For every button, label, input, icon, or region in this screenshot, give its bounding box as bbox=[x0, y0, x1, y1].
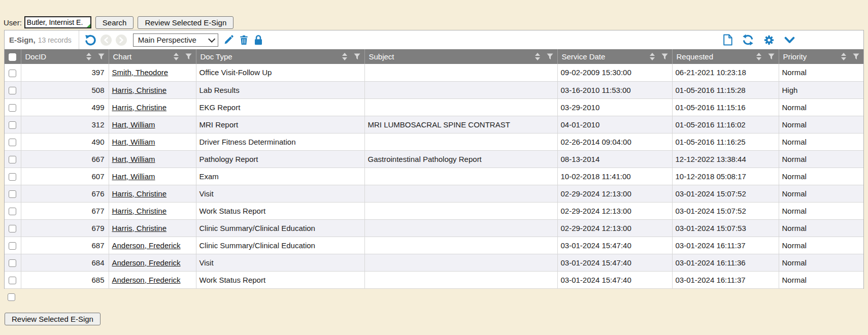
nav-forward-icon[interactable] bbox=[116, 35, 127, 46]
cell-docid: 499 bbox=[21, 98, 109, 116]
row-checkbox[interactable] bbox=[9, 190, 16, 198]
cell-subject bbox=[364, 202, 557, 219]
column-header-service-date[interactable]: Service Date bbox=[557, 49, 672, 64]
cell-doc-type: Visit bbox=[196, 185, 364, 202]
column-header-requested[interactable]: Requested bbox=[672, 49, 779, 64]
row-checkbox[interactable] bbox=[9, 242, 16, 250]
review-selected-esign-button-top[interactable]: Review Selected E-Sign bbox=[138, 16, 233, 29]
row-checkbox[interactable] bbox=[9, 173, 16, 181]
select-all-checkbox[interactable] bbox=[9, 53, 16, 61]
cell-docid: 607 bbox=[21, 168, 109, 185]
cell-service-date: 03-01-2024 15:47:40 bbox=[557, 271, 672, 288]
cell-subject bbox=[364, 237, 557, 254]
cell-subject bbox=[364, 271, 557, 288]
filter-icon[interactable] bbox=[661, 53, 668, 60]
filter-icon[interactable] bbox=[98, 53, 105, 60]
cell-chart: Harris, Christine bbox=[109, 202, 196, 219]
header-select-all-cell bbox=[5, 49, 21, 64]
perspective-select[interactable]: Main Perspective bbox=[133, 34, 218, 47]
chart-link[interactable]: Harris, Christine bbox=[112, 224, 167, 232]
cell-requested: 01-05-2016 11:15:28 bbox=[672, 81, 779, 98]
new-document-icon[interactable] bbox=[722, 34, 732, 46]
table-body: 397 Smith, Theodore Office Visit-Follow … bbox=[5, 64, 863, 288]
cell-subject bbox=[364, 219, 557, 237]
column-header-subject[interactable]: Subject bbox=[364, 49, 557, 64]
row-checkbox[interactable] bbox=[9, 208, 16, 215]
row-checkbox[interactable] bbox=[9, 225, 16, 232]
filter-icon[interactable] bbox=[768, 53, 775, 60]
row-select-cell bbox=[5, 116, 21, 133]
sort-icon[interactable] bbox=[342, 53, 347, 60]
row-checkbox[interactable] bbox=[9, 277, 16, 284]
sort-icon[interactable] bbox=[841, 53, 846, 60]
lock-perspective-icon[interactable] bbox=[254, 35, 263, 45]
cell-requested: 03-01-2024 15:07:52 bbox=[672, 185, 779, 202]
row-checkbox[interactable] bbox=[9, 139, 16, 146]
undo-icon[interactable] bbox=[84, 34, 96, 46]
filter-icon[interactable] bbox=[547, 53, 553, 60]
refresh-icon[interactable] bbox=[742, 34, 754, 46]
row-select-cell bbox=[5, 185, 21, 202]
user-input[interactable] bbox=[24, 16, 91, 28]
cell-priority: Normal bbox=[779, 271, 863, 288]
cell-priority: Normal bbox=[779, 98, 863, 116]
cell-docid: 677 bbox=[21, 202, 109, 219]
nav-back-icon[interactable] bbox=[101, 35, 112, 46]
cell-docid: 508 bbox=[21, 81, 109, 98]
row-checkbox[interactable] bbox=[9, 121, 16, 129]
chart-link[interactable]: Harris, Christine bbox=[112, 207, 167, 215]
search-button[interactable]: Search bbox=[95, 16, 134, 29]
cell-service-date: 02-29-2024 12:13:00 bbox=[557, 185, 672, 202]
row-select-cell bbox=[5, 98, 21, 116]
review-selected-esign-button-bottom[interactable]: Review Selected E-Sign bbox=[5, 313, 101, 325]
chart-link[interactable]: Anderson, Frederick bbox=[112, 258, 181, 267]
cell-docid: 676 bbox=[21, 185, 109, 202]
chart-link[interactable]: Hart, William bbox=[112, 172, 155, 181]
cell-service-date: 03-29-2010 bbox=[557, 98, 672, 116]
delete-perspective-trash-icon[interactable] bbox=[239, 35, 249, 45]
column-label: Subject bbox=[369, 52, 394, 61]
filter-icon[interactable] bbox=[185, 53, 192, 60]
row-checkbox[interactable] bbox=[9, 104, 16, 112]
chart-link[interactable]: Harris, Christine bbox=[112, 86, 167, 94]
cell-doc-type: Driver Fitness Determination bbox=[196, 133, 364, 150]
cell-chart: Harris, Christine bbox=[109, 81, 196, 98]
column-header-docid[interactable]: DocID bbox=[21, 49, 109, 64]
sort-icon[interactable] bbox=[86, 53, 91, 60]
cell-doc-type: Visit bbox=[196, 254, 364, 271]
row-checkbox[interactable] bbox=[9, 70, 16, 77]
sort-icon[interactable] bbox=[650, 53, 655, 60]
column-header-chart[interactable]: Chart bbox=[109, 49, 196, 64]
sort-icon[interactable] bbox=[535, 53, 540, 60]
table-row: 508 Harris, Christine Lab Results 03-16-… bbox=[5, 81, 863, 98]
cell-service-date: 08-13-2014 bbox=[557, 150, 672, 168]
chart-link[interactable]: Hart, William bbox=[112, 155, 155, 163]
row-checkbox[interactable] bbox=[9, 156, 16, 163]
chart-link[interactable]: Harris, Christine bbox=[112, 189, 167, 198]
chart-link[interactable]: Smith, Theodore bbox=[112, 68, 169, 77]
table-row: 679 Harris, Christine Clinic Summary/Cli… bbox=[5, 219, 863, 237]
row-checkbox[interactable] bbox=[9, 87, 16, 94]
filter-icon[interactable] bbox=[354, 53, 360, 60]
chart-link[interactable]: Anderson, Frederick bbox=[112, 276, 181, 284]
cell-chart: Harris, Christine bbox=[109, 185, 196, 202]
cell-chart: Harris, Christine bbox=[109, 98, 196, 116]
filter-icon[interactable] bbox=[853, 53, 859, 60]
row-checkbox[interactable] bbox=[9, 259, 16, 267]
sort-icon[interactable] bbox=[756, 53, 761, 60]
column-header-doc-type[interactable]: Doc Type bbox=[196, 49, 364, 64]
sort-icon[interactable] bbox=[174, 53, 179, 60]
chart-link[interactable]: Harris, Christine bbox=[112, 103, 167, 112]
chart-link[interactable]: Hart, William bbox=[112, 138, 155, 146]
cell-chart: Harris, Christine bbox=[109, 219, 196, 237]
edit-perspective-pencil-icon[interactable] bbox=[223, 35, 234, 45]
cell-requested: 03-01-2024 16:11:36 bbox=[672, 254, 779, 271]
autocomplete-corner-icon bbox=[87, 24, 90, 27]
empty-row-checkbox[interactable] bbox=[8, 293, 15, 301]
chart-link[interactable]: Anderson, Frederick bbox=[112, 241, 181, 250]
cell-priority: Normal bbox=[779, 219, 863, 237]
settings-gear-icon[interactable] bbox=[763, 35, 775, 46]
column-header-priority[interactable]: Priority bbox=[779, 49, 863, 64]
chart-link[interactable]: Hart, William bbox=[112, 120, 155, 129]
collapse-chevron-icon[interactable] bbox=[784, 37, 795, 44]
